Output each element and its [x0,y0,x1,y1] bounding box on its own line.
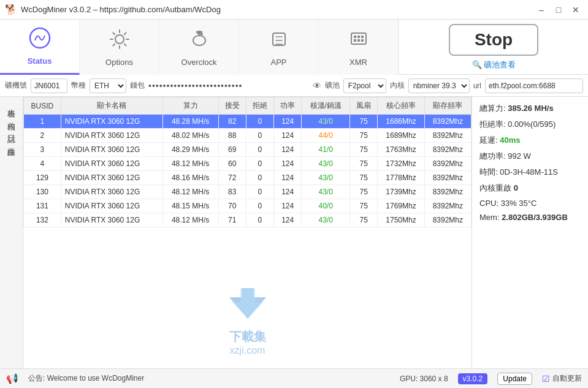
app-icon-tab [268,28,290,55]
tab-app[interactable]: APP [239,20,319,75]
table-row[interactable]: 1 NVIDIA RTX 3060 12G 48.28 MH/s 82 0 12… [24,115,472,129]
table-area: BUSID 顯卡名稱 算力 接受 拒絕 功率 核溫/鍋溫 風扇 核心頻率 顯存頻… [23,97,472,368]
cell-power: 124 [274,171,302,185]
time-value: 0D-3H-48M-11S [500,167,558,177]
minimize-button[interactable]: – [534,4,549,16]
table-row[interactable]: 4 NVIDIA RTX 3060 12G 48.12 MH/s 60 0 12… [24,157,472,171]
auto-update-label: 自動更新 [552,373,582,384]
left-nav-curve[interactable]: 曲線 [0,135,23,148]
svg-rect-11 [361,39,364,42]
cell-name: NVIDIA RTX 3060 12G [61,143,162,157]
stop-button[interactable]: Stop [449,24,538,56]
cell-fan: 75 [350,185,378,199]
svg-rect-4 [273,33,285,45]
tab-overclock[interactable]: Overclock [159,20,239,75]
wallet-value: •••••••••••••••••••••••••• [148,81,309,91]
tab-app-label: APP [270,58,286,67]
tab-options[interactable]: Options [80,20,159,75]
table-row[interactable]: 129 NVIDIA RTX 3060 12G 48.16 MH/s 72 0 … [24,171,472,185]
total-power-label: 總功率: [479,151,506,161]
cell-name: NVIDIA RTX 3060 12G [61,199,162,213]
gpu-table: BUSID 顯卡名稱 算力 接受 拒絕 功率 核溫/鍋溫 風扇 核心頻率 顯存頻… [23,97,472,227]
left-nav: 表格 內核 日誌 曲線 [0,97,23,368]
table-row[interactable]: 130 NVIDIA RTX 3060 12G 48.12 MH/s 83 0 … [24,185,472,199]
cell-name: NVIDIA RTX 3060 12G [61,157,162,171]
col-mem-mhz: 顯存頻率 [424,97,471,115]
tab-overclock-label: Overclock [181,58,217,67]
cell-core-mhz: 1769Mhz [378,199,424,213]
cell-mem-mhz: 8392Mhz [424,199,471,213]
miner-id-input[interactable] [31,78,67,93]
url-input[interactable] [485,78,583,93]
svg-rect-10 [357,39,360,42]
overclock-icon [188,28,210,55]
maximize-button[interactable]: □ [551,4,566,16]
tab-xmr-label: XMR [349,58,367,67]
total-power-row: 總功率: 992 W [479,151,581,162]
col-accept: 接受 [218,97,246,115]
cell-name: NVIDIA RTX 3060 12G [61,171,162,185]
cell-reject: 0 [246,143,273,157]
cell-reject: 0 [246,185,273,199]
title-bar-text: WcDogMiner v3.0.2 – https://github.com/A… [21,5,534,14]
eye-icon[interactable]: 👁 [313,81,321,91]
col-name: 顯卡名稱 [61,97,162,115]
svg-rect-6 [354,36,356,38]
reject-rate-row: 拒絕率: 0.00%(0/595) [479,119,581,130]
status-icon [29,27,51,54]
cell-accept: 88 [218,129,246,143]
cell-core-mhz: 1750Mhz [378,213,424,227]
cell-reject: 0 [246,199,273,213]
close-button[interactable]: ✕ [568,4,583,16]
kernel-label: 內核 [390,80,405,91]
total-power-value: 992 W [508,151,531,161]
cell-hashrate: 48.28 MH/s [162,115,218,129]
left-nav-table[interactable]: 表格 [0,97,23,110]
cell-reject: 0 [246,157,273,171]
tab-xmr[interactable]: XMR [319,20,399,75]
left-nav-log[interactable]: 日誌 [0,123,23,135]
cell-busid: 2 [24,129,61,143]
cell-temp: 44/0 [302,129,350,143]
cell-core-mhz: 1686Mhz [378,115,424,129]
pool-link[interactable]: 🔍 礦池查看 [472,59,516,70]
cell-busid: 3 [24,143,61,157]
mem-row: Mem: 2.802GB/3.939GB [479,213,581,222]
app-icon: 🐕 [5,4,17,15]
col-busid: BUSID [24,97,61,115]
cell-power: 124 [274,199,302,213]
cell-hashrate: 48.02 MH/s [162,129,218,143]
cell-busid: 131 [24,199,61,213]
kernel-select[interactable]: nbminer 39.3 [408,78,470,93]
left-nav-kernel[interactable]: 內核 [0,110,23,123]
reject-rate-value: 0.00%(0/595) [508,120,556,129]
cell-name: NVIDIA RTX 3060 12G [61,129,162,143]
table-row[interactable]: 132 NVIDIA RTX 3060 12G 48.12 MH/s 71 0 … [24,213,472,227]
auto-update: ☑ 自動更新 [542,373,582,384]
table-row[interactable]: 131 NVIDIA RTX 3060 12G 48.15 MH/s 70 0 … [24,199,472,213]
tab-status[interactable]: Status [0,20,80,75]
cell-hashrate: 48.12 MH/s [162,157,218,171]
watermark: 下載集 xzji.com [223,285,272,356]
bottom-bar: 📢 公告: Welcome to use WcDogMiner GPU: 306… [0,368,588,388]
total-hashrate-row: 總算力: 385.26 MH/s [479,103,581,114]
cell-mem-mhz: 8392Mhz [424,213,471,227]
time-label: 時間: [479,167,498,177]
coin-select[interactable]: ETH [90,78,126,93]
col-fan: 風扇 [350,97,378,115]
cell-mem-mhz: 8392Mhz [424,171,471,185]
cell-mem-mhz: 8392Mhz [424,185,471,199]
table-row[interactable]: 3 NVIDIA RTX 3060 12G 48.29 MH/s 69 0 12… [24,143,472,157]
cell-core-mhz: 1763Mhz [378,143,424,157]
auto-update-checkbox[interactable]: ☑ [542,374,550,384]
cell-temp: 40/0 [302,199,350,213]
cell-fan: 75 [350,213,378,227]
table-row[interactable]: 2 NVIDIA RTX 3060 12G 48.02 MH/s 88 0 12… [24,129,472,143]
pool-select[interactable]: F2pool [343,78,386,93]
cpu-value: 33% 35°C [501,199,537,208]
svg-point-1 [115,35,124,44]
cell-name: NVIDIA RTX 3060 12G [61,213,162,227]
gpu-info: GPU: 3060 x 8 [400,375,448,383]
update-button[interactable]: Update [497,373,532,385]
xmr-icon [348,28,370,55]
